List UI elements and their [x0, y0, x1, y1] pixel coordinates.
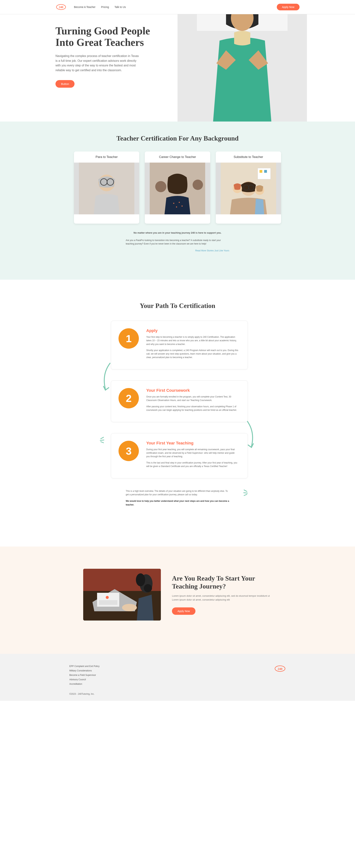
nav-become-teacher[interactable]: Become A Teacher — [74, 5, 95, 8]
nav-talk[interactable]: Talk to Us — [115, 5, 126, 8]
hero-title: Turning Good People Into Great Teachers — [56, 25, 170, 48]
step-2-number: 2 — [119, 388, 139, 408]
svg-rect-39 — [99, 600, 118, 605]
svg-rect-22 — [264, 170, 267, 173]
path-footer-2: We would love to help you better underst… — [126, 499, 229, 506]
footer-link-advisory[interactable]: Advisory Council — [69, 678, 99, 681]
step-1-title: Apply — [146, 328, 238, 333]
svg-text:240: 240 — [59, 5, 63, 9]
svg-point-16 — [179, 202, 180, 203]
footer-link-military[interactable]: Military Considerations — [69, 669, 99, 672]
svg-line-28 — [101, 437, 103, 439]
burst-decoration-2 — [242, 488, 252, 497]
card-substitute-title: Substitute to Teacher — [216, 152, 281, 162]
path-footer-1: This is a high level overview. The detai… — [126, 489, 229, 496]
step-1-number: 1 — [119, 328, 139, 349]
card-para[interactable]: Para to Teacher — [74, 152, 139, 224]
cta-section: Are You Ready To Start Your Teaching Jou… — [0, 547, 355, 654]
step-3: 3 Your First Year Teaching During your f… — [111, 433, 248, 478]
step-1: 1 Apply Your first step to becoming a te… — [111, 321, 248, 369]
card-substitute[interactable]: Substitute to Teacher — [216, 152, 281, 224]
svg-line-31 — [244, 490, 247, 491]
svg-rect-21 — [259, 170, 262, 173]
path-title: Your Path To Certification — [0, 302, 355, 310]
step-2-p2: After passing your content test, finishi… — [146, 405, 238, 412]
backgrounds-title: Teacher Certification For Any Background — [0, 134, 355, 142]
path-section: Your Path To Certification 1 Apply Your … — [0, 280, 355, 532]
step-3-p2: This is the last and final step in your … — [146, 461, 238, 468]
hero-section: Turning Good People Into Great Teachers … — [48, 14, 307, 122]
card-substitute-image — [216, 162, 281, 214]
copyright: ©2023 - 240Tutoring, Inc. — [62, 693, 293, 695]
hero-button[interactable]: Button — [56, 80, 74, 88]
svg-line-29 — [100, 440, 104, 440]
step-1-p2: Shortly your application is completed, a… — [146, 349, 238, 360]
cta-image — [83, 569, 161, 621]
svg-line-33 — [244, 494, 247, 496]
svg-point-41 — [122, 604, 137, 611]
footer-link-supervisor[interactable]: Become a Field Supervisor — [69, 674, 99, 676]
svg-point-12 — [155, 181, 166, 192]
backgrounds-bold: No matter where you are in your teaching… — [126, 231, 229, 235]
burst-decoration-1 — [96, 435, 105, 445]
step-2: 2 Your First Coursework Once you are for… — [111, 380, 248, 422]
main-nav: Become A Teacher Pricing Talk to Us — [74, 5, 126, 8]
step-3-title: Your First Year Teaching — [146, 441, 238, 445]
step-3-number: 3 — [119, 441, 139, 461]
site-header: 240 Become A Teacher Pricing Talk to Us … — [0, 0, 355, 14]
svg-text:240: 240 — [278, 667, 282, 671]
hero-image — [178, 14, 307, 122]
hero-body: Navigating the complex process of teache… — [56, 54, 140, 72]
backgrounds-section: Teacher Certification For Any Background… — [0, 122, 355, 280]
footer-logo-240[interactable]: 240 — [275, 665, 286, 685]
svg-rect-20 — [258, 168, 270, 179]
step-3-p1: During your first year teaching, you wil… — [146, 448, 238, 459]
footer-link-epp[interactable]: EPP Complaint and Exit Policy — [69, 665, 99, 668]
cta-body: Lorem ipsum dolor sit amet, consectetur … — [172, 594, 272, 602]
cta-title: Are You Ready To Start Your Teaching Jou… — [172, 575, 272, 590]
svg-point-42 — [136, 574, 145, 586]
svg-point-17 — [176, 207, 177, 208]
step-2-title: Your First Coursework — [146, 388, 238, 393]
nav-pricing[interactable]: Pricing — [101, 5, 109, 8]
step-1-p1: Your first step to becoming a teacher is… — [146, 335, 238, 346]
backgrounds-link[interactable]: Read More Stories Just Like Yours — [126, 249, 229, 252]
card-career-title: Career Change to Teacher — [145, 152, 210, 162]
logo-240[interactable]: 240 — [56, 3, 67, 11]
card-career[interactable]: Career Change to Teacher — [145, 152, 210, 224]
svg-point-13 — [193, 180, 203, 190]
card-para-image — [74, 162, 139, 214]
card-para-title: Para to Teacher — [74, 152, 139, 162]
svg-point-18 — [182, 206, 183, 207]
svg-point-38 — [106, 596, 109, 599]
step-2-p1: Once you are formally enrolled in the pr… — [146, 395, 238, 402]
svg-line-32 — [244, 493, 248, 493]
backgrounds-body: Are you a ParaPro looking to transistion… — [126, 239, 229, 246]
svg-point-15 — [173, 203, 174, 204]
footer-link-accreditation[interactable]: Accreditation — [69, 683, 99, 685]
svg-point-43 — [144, 584, 152, 592]
cta-apply-button[interactable]: Apply Now — [172, 608, 195, 615]
page-footer: EPP Complaint and Exit Policy Military C… — [0, 654, 355, 701]
card-career-image — [145, 162, 210, 214]
footer-links: EPP Complaint and Exit Policy Military C… — [69, 665, 99, 685]
svg-line-30 — [101, 442, 103, 443]
apply-now-button[interactable]: Apply Now — [277, 4, 299, 10]
